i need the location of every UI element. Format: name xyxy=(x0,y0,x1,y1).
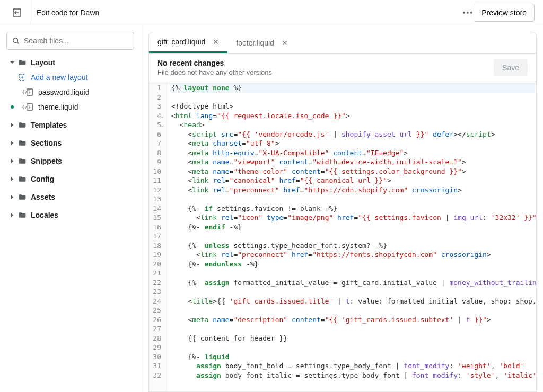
code-line[interactable]: {% layout none %} xyxy=(171,83,536,93)
code-line[interactable]: <script src="{{ 'vendor/qrcode.js' | sho… xyxy=(171,130,536,139)
sidebar-section-sections[interactable]: Sections xyxy=(4,136,136,150)
folder-icon xyxy=(17,121,28,129)
file-sidebar: LayoutAdd a new layout{/}password.liquid… xyxy=(0,25,141,392)
chevron-right-icon xyxy=(8,176,16,182)
close-tab-icon[interactable]: ✕ xyxy=(282,39,288,47)
chevron-right-icon xyxy=(8,194,16,200)
sidebar-section-locales[interactable]: Locales xyxy=(4,208,136,222)
back-button[interactable] xyxy=(8,4,25,21)
chevron-right-icon xyxy=(8,122,16,128)
folder-icon xyxy=(17,193,28,201)
code-line[interactable]: <!doctype html> xyxy=(171,102,536,111)
code-line[interactable] xyxy=(171,269,536,278)
code-editor[interactable]: 1234⌄5⌄678910111213141516171819202122232… xyxy=(148,82,537,392)
code-line[interactable]: {%- liquid xyxy=(171,352,536,362)
version-notice: No recent changes File does not have any… xyxy=(148,53,537,82)
sidebar-section-assets[interactable]: Assets xyxy=(4,190,136,204)
code-line[interactable] xyxy=(171,93,536,102)
divider xyxy=(30,0,30,25)
code-line[interactable]: assign body_font_bold = settings.type_bo… xyxy=(171,361,536,371)
close-tab-icon[interactable]: ✕ xyxy=(213,38,219,46)
code-line[interactable]: <title>{{ 'gift_cards.issued.title' | t:… xyxy=(171,297,536,306)
folder-icon xyxy=(17,58,28,67)
file-password-liquid[interactable]: {/}password.liquid xyxy=(4,85,136,100)
folder-icon xyxy=(17,157,28,165)
code-line[interactable]: {%- assign formatted_initial_value = gif… xyxy=(171,278,536,288)
code-line[interactable]: {{ content_for_header }} xyxy=(171,334,536,343)
notice-subtitle: File does not have any other versions xyxy=(157,68,487,76)
more-menu[interactable]: ••• xyxy=(462,8,474,17)
notice-title: No recent changes xyxy=(157,59,487,67)
add-layout-link[interactable]: Add a new layout xyxy=(13,70,136,85)
sidebar-section-snippets[interactable]: Snippets xyxy=(4,154,136,168)
modified-indicator xyxy=(8,105,16,109)
code-line[interactable]: {%- if settings.favicon != blank -%} xyxy=(171,204,536,213)
code-line[interactable]: <link rel="icon" type="image/png" href="… xyxy=(171,213,536,222)
chevron-right-icon xyxy=(8,158,16,164)
file-theme-liquid[interactable]: {/}theme.liquid xyxy=(4,100,136,114)
tab-footer-liquid[interactable]: footer.liquid✕ xyxy=(227,32,296,53)
sidebar-section-layout[interactable]: Layout xyxy=(4,55,136,70)
line-gutter: 1234⌄5⌄678910111213141516171819202122232… xyxy=(149,82,167,391)
sidebar-section-config[interactable]: Config xyxy=(4,172,136,186)
exit-icon xyxy=(12,7,22,18)
code-line[interactable]: <link rel="canonical" href="{{ canonical… xyxy=(171,176,536,185)
add-file-icon xyxy=(17,73,28,82)
folder-icon xyxy=(17,211,28,219)
editor-tabs: gift_card.liquid✕footer.liquid✕ xyxy=(148,32,537,53)
code-line[interactable] xyxy=(171,231,536,241)
code-line[interactable] xyxy=(171,343,536,352)
code-line[interactable]: <link rel="preconnect" href="https://fon… xyxy=(171,250,536,260)
code-line[interactable] xyxy=(171,306,536,315)
svg-point-1 xyxy=(13,38,18,43)
code-line[interactable]: <meta name="viewport" content="width=dev… xyxy=(171,157,536,167)
code-line[interactable]: {%- endif -%} xyxy=(171,222,536,232)
code-line[interactable] xyxy=(171,287,536,297)
chevron-right-icon xyxy=(8,140,16,146)
code-line[interactable]: <meta name="theme-color" content="{{ set… xyxy=(171,167,536,176)
code-line[interactable]: <meta http-equiv="X-UA-Compatible" conte… xyxy=(171,148,536,158)
liquid-file-icon: {/} xyxy=(24,103,35,111)
liquid-file-icon: {/} xyxy=(24,88,35,96)
page-title: Edit code for Dawn xyxy=(37,8,456,17)
tab-gift_card-liquid[interactable]: gift_card.liquid✕ xyxy=(149,32,227,53)
folder-icon xyxy=(17,139,28,147)
code-line[interactable]: <link rel="preconnect" href="https://cdn… xyxy=(171,185,536,195)
chevron-right-icon xyxy=(8,212,16,218)
search-icon xyxy=(12,37,20,45)
code-content[interactable]: {% layout none %}<!doctype html><html la… xyxy=(167,82,536,391)
preview-store-button[interactable]: Preview store xyxy=(474,4,535,22)
code-line[interactable] xyxy=(171,194,536,204)
code-line[interactable]: <meta charset="utf-8"> xyxy=(171,139,536,148)
chevron-down-icon xyxy=(8,60,16,65)
sidebar-section-templates[interactable]: Templates xyxy=(4,118,136,132)
code-line[interactable]: <head> xyxy=(171,120,536,130)
search-input[interactable] xyxy=(6,32,134,50)
code-line[interactable]: <meta name="description" content="{{ 'gi… xyxy=(171,315,536,325)
code-line[interactable] xyxy=(171,324,536,334)
code-line[interactable]: <html lang="{{ request.locale.iso_code }… xyxy=(171,111,536,121)
save-button[interactable]: Save xyxy=(494,59,528,76)
code-line[interactable]: assign body_font_italic = settings.type_… xyxy=(171,371,536,380)
folder-icon xyxy=(17,175,28,183)
code-line[interactable]: {%- unless settings.type_header_font.sys… xyxy=(171,241,536,251)
code-line[interactable]: {%- endunless -%} xyxy=(171,260,536,269)
